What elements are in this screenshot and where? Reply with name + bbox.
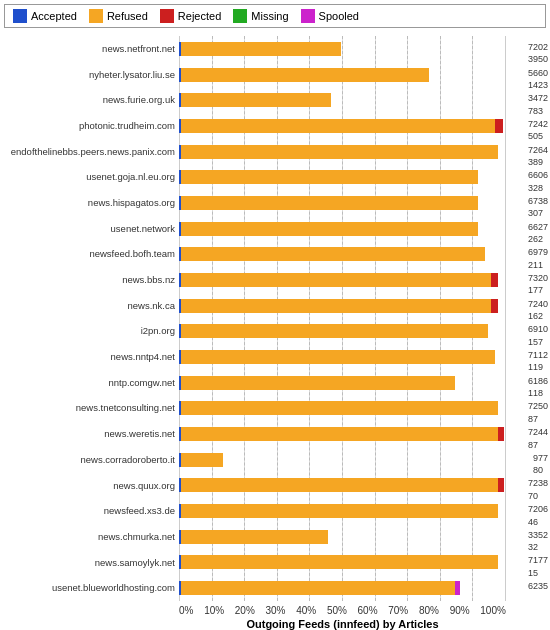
bar-value-labels: 3472783 <box>528 92 548 117</box>
bar-refused <box>181 478 498 492</box>
legend-rejected: Rejected <box>160 9 221 23</box>
bar-row: 725087 <box>179 400 506 416</box>
bar-rejected <box>495 119 503 133</box>
bar-refused <box>181 376 456 390</box>
y-label: endofthelinebbs.peers.news.panix.com <box>11 147 175 157</box>
missing-label: Missing <box>251 10 288 22</box>
bar-refused <box>181 324 488 338</box>
bar-row: 6738307 <box>179 195 506 211</box>
bar-value-1: 3352 <box>528 529 548 542</box>
bar-value-labels: 723870 <box>528 477 548 502</box>
bar-value-2: 783 <box>528 105 548 118</box>
y-axis-labels: news.netfront.netnyheter.lysator.liu.sen… <box>4 36 179 601</box>
bar-refused <box>181 170 479 184</box>
y-label: newsfeed.bofh.team <box>89 249 175 259</box>
bar-value-labels: 6627262 <box>528 221 548 246</box>
bar-value-2: 3950 <box>528 53 548 66</box>
bar-row: 56601423 <box>179 67 506 83</box>
bar-value-1: 7244 <box>528 426 548 439</box>
bar-rejected <box>498 427 505 441</box>
y-label: usenet.network <box>111 224 175 234</box>
bar-refused <box>181 401 498 415</box>
chart-container: Accepted Refused Rejected Missing Spoole… <box>0 0 550 630</box>
bar-refused <box>181 247 485 261</box>
x-axis-label: 30% <box>266 605 286 616</box>
y-label: news.hispagatos.org <box>88 198 175 208</box>
bar-value-labels: 6738307 <box>528 195 548 220</box>
bar-value-labels: 6235 <box>528 580 548 593</box>
bar-refused <box>181 453 224 467</box>
y-label: news.nntp4.net <box>111 352 175 362</box>
bar-value-2: 87 <box>528 413 548 426</box>
y-label: usenet.goja.nl.eu.org <box>86 172 175 182</box>
bar-value-2: 307 <box>528 207 548 220</box>
bar-value-2: 162 <box>528 310 548 323</box>
bar-value-1: 7177 <box>528 554 548 567</box>
bar-value-1: 977 <box>533 452 548 465</box>
bar-value-1: 5660 <box>528 67 548 80</box>
bar-value-2: 80 <box>533 464 548 477</box>
y-label: news.samoylyk.net <box>95 558 175 568</box>
bar-row: 335232 <box>179 529 506 545</box>
x-axis-label: 70% <box>388 605 408 616</box>
bar-value-labels: 717715 <box>528 554 548 579</box>
bar-rows: 7202395056601423347278372425057264389660… <box>179 36 506 601</box>
x-axis-label: 40% <box>296 605 316 616</box>
bar-value-labels: 72023950 <box>528 41 548 66</box>
bar-value-1: 7250 <box>528 400 548 413</box>
bar-value-labels: 7242505 <box>528 118 548 143</box>
bar-value-2: 119 <box>528 361 548 374</box>
y-label: news.corradoroberto.it <box>80 455 175 465</box>
bar-row: 7264389 <box>179 144 506 160</box>
bar-value-2: 70 <box>528 490 548 503</box>
bar-value-1: 7238 <box>528 477 548 490</box>
bars-area: 7202395056601423347278372425057264389660… <box>179 36 506 601</box>
bar-value-1: 7240 <box>528 298 548 311</box>
bar-refused <box>181 350 495 364</box>
bar-row: 7112119 <box>179 349 506 365</box>
y-label: news.furie.org.uk <box>103 95 175 105</box>
bar-value-labels: 7112119 <box>528 349 548 374</box>
bar-row: 3472783 <box>179 92 506 108</box>
bar-refused <box>181 530 328 544</box>
bar-row: 7240162 <box>179 298 506 314</box>
y-label: usenet.blueworldhosting.com <box>52 583 175 593</box>
bar-refused <box>181 222 479 236</box>
y-label: nntp.comgw.net <box>108 378 175 388</box>
bar-value-2: 211 <box>528 259 548 272</box>
bar-refused <box>181 196 479 210</box>
spooled-icon <box>301 9 315 23</box>
x-axis-label: 80% <box>419 605 439 616</box>
bar-value-2: 87 <box>528 439 548 452</box>
x-axis-title: Outgoing Feeds (innfeed) by Articles <box>179 616 506 630</box>
bar-row: 717715 <box>179 554 506 570</box>
bar-value-labels: 56601423 <box>528 67 548 92</box>
bar-value-1: 6235 <box>528 580 548 593</box>
bar-value-1: 6606 <box>528 169 548 182</box>
bar-value-1: 6979 <box>528 246 548 259</box>
bar-value-1: 3472 <box>528 92 548 105</box>
y-label: news.netfront.net <box>102 44 175 54</box>
bar-refused <box>181 93 331 107</box>
bar-value-1: 7202 <box>528 41 548 54</box>
legend-accepted: Accepted <box>13 9 77 23</box>
legend-missing: Missing <box>233 9 288 23</box>
refused-icon <box>89 9 103 23</box>
bar-row: 720646 <box>179 503 506 519</box>
x-axis-label: 60% <box>358 605 378 616</box>
bar-refused <box>181 273 492 287</box>
x-axis-label: 100% <box>480 605 506 616</box>
bar-value-2: 177 <box>528 284 548 297</box>
bar-value-1: 7320 <box>528 272 548 285</box>
bar-row: 7320177 <box>179 272 506 288</box>
refused-label: Refused <box>107 10 148 22</box>
rejected-icon <box>160 9 174 23</box>
bar-rejected <box>491 273 498 287</box>
bar-refused <box>181 68 430 82</box>
legend-refused: Refused <box>89 9 148 23</box>
x-axis-label: 50% <box>327 605 347 616</box>
bar-refused <box>181 427 498 441</box>
bar-value-1: 6186 <box>528 375 548 388</box>
bar-value-labels: 720646 <box>528 503 548 528</box>
bar-value-2: 32 <box>528 541 548 554</box>
